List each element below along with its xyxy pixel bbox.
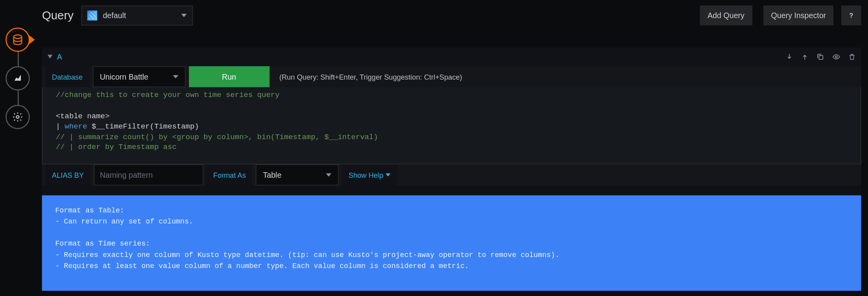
datasource-name: default [103, 11, 126, 20]
query-body: Database Unicorn Battle Run (Run Query: … [42, 66, 861, 291]
svg-point-4 [836, 56, 838, 58]
alias-input[interactable] [100, 171, 197, 179]
format-select[interactable]: Table [256, 164, 339, 185]
topbar: Query default Add Query Query Inspector … [42, 6, 861, 25]
database-value: Unicorn Battle [100, 72, 148, 81]
delete-icon[interactable] [849, 53, 856, 61]
caret-down-icon [326, 173, 331, 177]
query-letter: A [57, 52, 62, 61]
code-editor[interactable]: //change this to create your own time se… [42, 87, 861, 164]
caret-down-icon [173, 75, 178, 78]
duplicate-icon[interactable] [817, 53, 825, 61]
tab-visualization[interactable] [6, 66, 30, 91]
help-button[interactable]: ? [842, 6, 861, 25]
tab-general[interactable] [6, 105, 30, 129]
query-row: A Database Unicorn Battle Run [42, 47, 861, 290]
run-hint: (Run Query: Shift+Enter, Trigger Suggest… [273, 66, 469, 87]
database-select[interactable]: Unicorn Battle [93, 66, 185, 87]
tab-sidebar [0, 0, 36, 296]
move-up-icon[interactable] [801, 53, 809, 61]
datasource-icon [87, 11, 97, 20]
query-controls: Database Unicorn Battle Run (Run Query: … [42, 66, 861, 87]
query-inspector-button[interactable]: Query Inspector [763, 6, 834, 25]
collapse-toggle[interactable] [47, 54, 52, 60]
format-value: Table [263, 171, 281, 179]
add-query-button[interactable]: Add Query [700, 6, 752, 25]
query-options: ALIAS BY Format As Table Show Help [42, 164, 861, 185]
run-button[interactable]: Run [189, 66, 269, 87]
datasource-select[interactable]: default [81, 6, 193, 25]
toggle-visibility-icon[interactable] [832, 53, 841, 61]
page-title: Query [42, 9, 73, 22]
alias-input-wrap [94, 164, 203, 185]
svg-text:?: ? [849, 12, 853, 19]
caret-down-icon [181, 14, 187, 17]
svg-rect-3 [819, 56, 823, 60]
help-panel: Format as Table: - Can return any set of… [42, 195, 861, 291]
main-panel: Query default Add Query Query Inspector … [36, 0, 868, 296]
show-help-toggle[interactable]: Show Help [342, 164, 397, 185]
svg-point-0 [14, 35, 22, 39]
tab-datasource[interactable] [6, 28, 30, 52]
alias-label: ALIAS BY [45, 164, 91, 185]
query-header: A [42, 47, 861, 66]
svg-point-1 [16, 115, 19, 118]
move-down-icon[interactable] [786, 53, 793, 61]
format-label: Format As [206, 164, 253, 185]
caret-down-icon [385, 173, 391, 177]
database-label: Database [45, 66, 90, 87]
query-actions [786, 53, 856, 61]
